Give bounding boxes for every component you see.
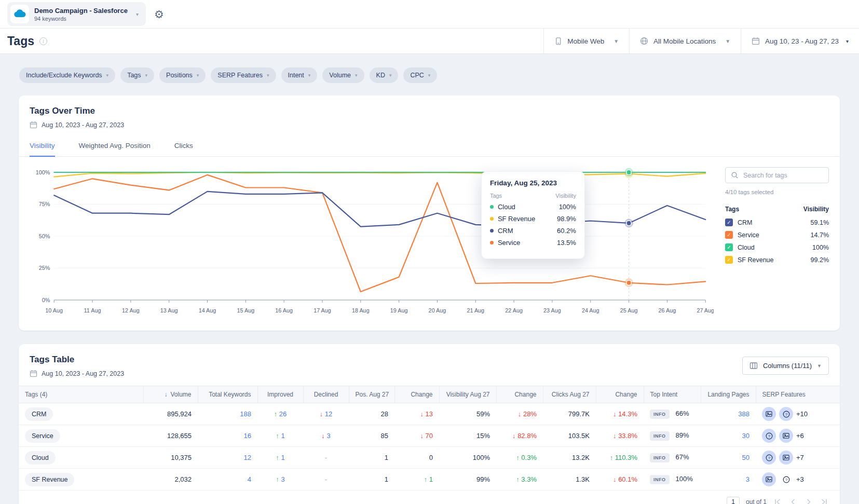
improved-count[interactable]: 1 bbox=[281, 432, 284, 440]
table-date-range: Aug 10, 2023 - Aug 27, 2023 bbox=[42, 370, 124, 377]
total-keywords-link[interactable]: 4 bbox=[248, 475, 251, 483]
filter-chip-include-exclude-keywords[interactable]: Include/Exclude Keywords▾ bbox=[19, 67, 115, 83]
next-page-button[interactable] bbox=[804, 498, 813, 504]
image-serp-icon[interactable] bbox=[779, 429, 793, 443]
filter-chip-kd[interactable]: KD▾ bbox=[370, 67, 399, 83]
tag-cell: Service bbox=[19, 425, 143, 447]
calendar-icon bbox=[30, 121, 37, 129]
improved-cell: ↑ 26 bbox=[257, 403, 303, 425]
change-value: 3.3% bbox=[521, 475, 537, 483]
arrow-up-icon: ↑ bbox=[274, 410, 279, 418]
question-serp-icon[interactable]: ? bbox=[779, 407, 793, 421]
tab-visibility[interactable]: Visibility bbox=[30, 136, 55, 157]
tag-search-input[interactable] bbox=[743, 172, 823, 179]
filter-chip-tags[interactable]: Tags▾ bbox=[120, 67, 154, 83]
tag-pill[interactable]: CRM bbox=[25, 407, 53, 421]
device-label: Mobile Web bbox=[567, 37, 604, 45]
visibility-cell: 15% bbox=[439, 425, 496, 447]
page-number-box[interactable]: 1 bbox=[727, 497, 740, 504]
column-header-clicks-aug-27-9[interactable]: Clicks Aug 27 bbox=[543, 386, 596, 403]
column-header-tags-4-0[interactable]: Tags (4) bbox=[19, 386, 143, 403]
chevron-down-icon: ▾ bbox=[197, 73, 199, 78]
campaign-selector[interactable]: Demo Campaign - Salesforce 94 keywords ▾ bbox=[7, 2, 146, 26]
column-header-pos-aug-27-5[interactable]: Pos. Aug 27 bbox=[349, 386, 394, 403]
change-value: 110.3% bbox=[615, 454, 637, 461]
previous-page-button[interactable] bbox=[788, 498, 798, 504]
question-serp-icon[interactable]: ? bbox=[762, 451, 776, 465]
total-keywords-link[interactable]: 16 bbox=[244, 432, 251, 440]
improved-count[interactable]: 1 bbox=[281, 454, 284, 461]
tags-table-card: Tags Table Aug 10, 2023 - Aug 27, 2023 C… bbox=[19, 344, 840, 504]
column-header-serp-features-13[interactable]: SERP Features bbox=[756, 386, 840, 403]
total-keywords-link[interactable]: 188 bbox=[240, 410, 251, 418]
legend-item-cloud[interactable]: ✓Cloud100% bbox=[725, 243, 829, 251]
column-header-improved-3[interactable]: Improved bbox=[257, 386, 303, 403]
declined-count[interactable]: 12 bbox=[325, 410, 332, 418]
column-header-change-8[interactable]: Change bbox=[496, 386, 543, 403]
info-icon[interactable]: i bbox=[39, 37, 47, 45]
filter-chip-positions[interactable]: Positions▾ bbox=[159, 67, 206, 83]
tag-pill[interactable]: Cloud bbox=[25, 451, 56, 465]
columns-button[interactable]: Columns (11/11) ▼ bbox=[742, 357, 829, 375]
settings-button[interactable]: ⚙ bbox=[154, 9, 164, 20]
tag-pill[interactable]: Service bbox=[25, 429, 60, 443]
column-header-label: Volume bbox=[170, 391, 191, 398]
location-selector[interactable]: All Mobile Locations ▼ bbox=[629, 29, 741, 53]
svg-text:100%: 100% bbox=[36, 169, 50, 175]
legend-item-sf-revenue[interactable]: ✓SF Revenue99.2% bbox=[725, 256, 829, 264]
landing-pages-link[interactable]: 3 bbox=[746, 475, 749, 483]
question-serp-icon[interactable]: ? bbox=[762, 429, 776, 443]
volume-cell: 2,032 bbox=[143, 469, 198, 491]
column-header-declined-4[interactable]: Declined bbox=[303, 386, 349, 403]
declined-count[interactable]: 3 bbox=[326, 432, 330, 440]
landing-pages-link[interactable]: 50 bbox=[742, 454, 749, 461]
tab-clicks[interactable]: Clicks bbox=[174, 136, 193, 157]
filter-chip-serp-features[interactable]: SERP Features▾ bbox=[211, 67, 276, 83]
date-range-selector[interactable]: Aug 10, 23 - Aug 27, 23 ▾ bbox=[741, 29, 859, 53]
image-serp-icon[interactable] bbox=[762, 472, 776, 486]
total-keywords-link[interactable]: 12 bbox=[244, 454, 251, 461]
last-page-button[interactable] bbox=[820, 498, 829, 504]
checkbox[interactable]: ✓ bbox=[725, 256, 733, 264]
position-change-cell: 0 bbox=[394, 447, 439, 469]
svg-text:?: ? bbox=[785, 412, 787, 416]
column-header-volume-1[interactable]: ↓Volume bbox=[143, 386, 198, 403]
column-header-total-keywords-2[interactable]: Total Keywords bbox=[198, 386, 257, 403]
column-header-landing-pages-12[interactable]: Landing Pages bbox=[701, 386, 756, 403]
legend-item-crm[interactable]: ✓CRM59.1% bbox=[725, 219, 829, 226]
position-cell: 1 bbox=[349, 469, 394, 491]
improved-cell: ↑ 1 bbox=[257, 425, 303, 447]
arrow-down-icon: ↓ bbox=[321, 432, 326, 440]
column-header-change-6[interactable]: Change bbox=[394, 386, 439, 403]
tag-pill[interactable]: SF Revenue bbox=[25, 473, 74, 486]
tag-search-box[interactable] bbox=[725, 167, 829, 183]
svg-text:?: ? bbox=[785, 477, 787, 482]
filter-chip-volume[interactable]: Volume▾ bbox=[322, 67, 364, 83]
column-header-change-10[interactable]: Change bbox=[596, 386, 644, 403]
question-serp-icon[interactable]: ? bbox=[779, 472, 793, 486]
first-page-button[interactable] bbox=[773, 498, 782, 504]
landing-pages-link[interactable]: 388 bbox=[738, 410, 749, 418]
svg-text:18 Aug: 18 Aug bbox=[352, 307, 370, 314]
filter-chip-cpc[interactable]: CPC▾ bbox=[403, 67, 437, 83]
visibility-chart[interactable]: 0%25%50%75%100%10 Aug11 Aug12 Aug13 Aug1… bbox=[30, 165, 714, 323]
volume-cell: 895,924 bbox=[143, 403, 198, 425]
improved-count[interactable]: 3 bbox=[281, 475, 284, 483]
improved-count[interactable]: 26 bbox=[279, 410, 287, 418]
column-header-top-intent-11[interactable]: Top Intent bbox=[644, 386, 701, 403]
checkbox[interactable]: ✓ bbox=[725, 231, 733, 239]
intent-value: 66% bbox=[676, 410, 689, 417]
arrow-down-icon: ↓ bbox=[518, 410, 523, 418]
image-serp-icon[interactable] bbox=[762, 407, 776, 421]
image-serp-icon[interactable] bbox=[779, 451, 793, 465]
column-header-visibility-aug-27-7[interactable]: Visibility Aug 27 bbox=[439, 386, 496, 403]
landing-pages-link[interactable]: 30 bbox=[742, 432, 749, 440]
filter-chip-intent[interactable]: Intent▾ bbox=[281, 67, 318, 83]
change-value: 82.8% bbox=[517, 432, 537, 440]
checkbox[interactable]: ✓ bbox=[725, 243, 733, 251]
checkbox[interactable]: ✓ bbox=[725, 219, 733, 226]
device-selector[interactable]: Mobile Web ▼ bbox=[543, 29, 629, 53]
legend-item-service[interactable]: ✓Service14.7% bbox=[725, 231, 829, 239]
tab-weighted-avg-position[interactable]: Weighted Avg. Position bbox=[79, 136, 151, 157]
landing-pages-cell: 3 bbox=[701, 469, 756, 491]
